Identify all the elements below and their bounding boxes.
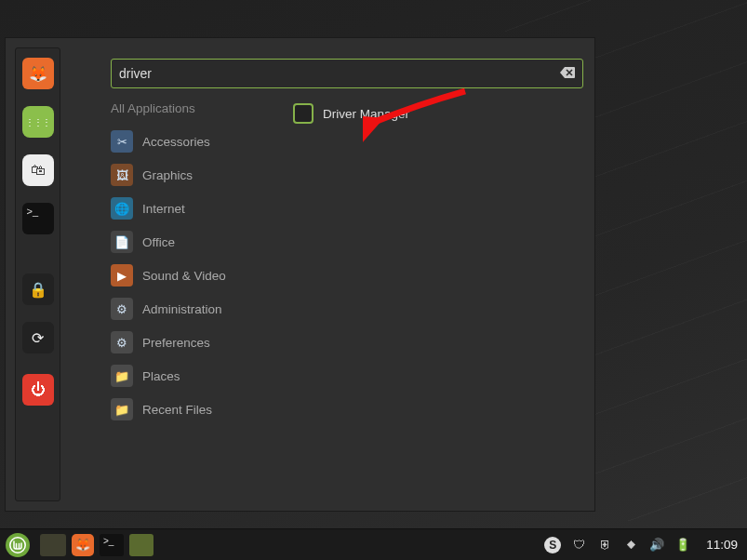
network-icon: ⯁: [625, 538, 637, 552]
places-icon: 📁: [111, 365, 133, 387]
lock-screen-button[interactable]: 🔒: [22, 273, 54, 305]
categories-header[interactable]: All Applications: [111, 101, 271, 115]
driver-manager-icon: [293, 103, 313, 124]
tray-security[interactable]: ⛨: [596, 537, 613, 553]
favorite-firefox[interactable]: 🦊: [22, 58, 54, 89]
category-office[interactable]: 📄 Office: [111, 231, 271, 253]
lock-icon: 🔒: [29, 281, 47, 299]
volume-icon: 🔊: [649, 538, 664, 552]
internet-icon: 🌐: [111, 197, 133, 220]
system-tray: S 🛡 ⛨ ⯁ 🔊 🔋 11:09: [544, 537, 738, 553]
clear-search-button[interactable]: [560, 67, 575, 81]
categories-header-label: All Applications: [111, 101, 195, 115]
logout-button[interactable]: ⟳: [22, 322, 54, 353]
category-label: Places: [142, 369, 180, 383]
updates-shield-icon: 🛡: [573, 538, 585, 552]
power-button[interactable]: ⏻: [22, 374, 54, 406]
show-desktop-button[interactable]: [40, 534, 66, 556]
tray-keyboard-indicator[interactable]: S: [544, 537, 561, 553]
taskbar-files[interactable]: [129, 534, 153, 556]
categories-list: All Applications ✂ Accessories 🖼 Graphic…: [111, 101, 271, 420]
reload-icon: ⟳: [32, 329, 44, 347]
tray-volume[interactable]: 🔊: [648, 537, 665, 553]
category-internet[interactable]: 🌐 Internet: [111, 197, 271, 220]
sound-video-icon: ▶: [111, 264, 133, 287]
category-sound-video[interactable]: ▶ Sound & Video: [111, 264, 271, 287]
favorites-column: 🦊 ⋮⋮⋮ 🛍 >_ 🔒 ⟳ ⏻: [15, 47, 60, 501]
mint-menu-icon: [9, 537, 26, 553]
category-label: Recent Files: [142, 403, 212, 417]
result-label: Driver Manager: [323, 107, 409, 121]
category-label: Office: [142, 235, 175, 249]
category-label: Preferences: [142, 336, 210, 350]
category-administration[interactable]: ⚙ Administration: [111, 298, 271, 320]
category-graphics[interactable]: 🖼 Graphics: [111, 164, 271, 186]
svg-point-0: [10, 537, 25, 552]
office-icon: 📄: [111, 231, 133, 253]
taskbar-terminal[interactable]: >_: [100, 534, 124, 556]
menu-columns: All Applications ✂ Accessories 🖼 Graphic…: [72, 101, 583, 420]
recent-files-icon: 📁: [111, 398, 133, 420]
tray-battery[interactable]: 🔋: [674, 537, 691, 553]
firefox-icon: 🦊: [75, 538, 90, 552]
firefox-icon: 🦊: [29, 65, 47, 83]
start-menu-button[interactable]: [6, 533, 30, 557]
accessories-icon: ✂: [111, 130, 133, 153]
category-label: Accessories: [142, 135, 210, 149]
category-label: Administration: [142, 302, 222, 316]
taskbar-firefox[interactable]: 🦊: [72, 534, 94, 556]
preferences-icon: ⚙: [111, 331, 133, 353]
results-panel: Driver Manager: [289, 101, 583, 420]
category-accessories[interactable]: ✂ Accessories: [111, 130, 271, 153]
software-manager-icon: 🛍: [31, 162, 46, 179]
start-menu: 🦊 ⋮⋮⋮ 🛍 >_ 🔒 ⟳ ⏻ All Applications: [5, 37, 595, 512]
category-places[interactable]: 📁 Places: [111, 365, 271, 387]
result-driver-manager[interactable]: Driver Manager: [289, 101, 413, 126]
favorite-terminal[interactable]: >_: [22, 203, 54, 234]
favorite-software[interactable]: 🛍: [22, 154, 54, 186]
power-icon: ⏻: [31, 381, 46, 398]
battery-icon: 🔋: [675, 538, 690, 552]
search-input[interactable]: [119, 66, 560, 81]
taskbar: 🦊 >_ S 🛡 ⛨ ⯁ 🔊 🔋 11:09: [0, 528, 747, 560]
favorite-apps[interactable]: ⋮⋮⋮: [22, 106, 54, 138]
category-label: Internet: [142, 202, 185, 216]
administration-icon: ⚙: [111, 298, 133, 320]
terminal-icon: >_: [27, 206, 39, 217]
backspace-clear-icon: [560, 67, 575, 78]
graphics-icon: 🖼: [111, 164, 133, 186]
search-field-wrap[interactable]: [111, 59, 583, 88]
category-recent-files[interactable]: 📁 Recent Files: [111, 398, 271, 420]
category-label: Sound & Video: [142, 269, 226, 283]
terminal-icon: >_: [103, 536, 113, 546]
firewall-shield-icon: ⛨: [599, 538, 611, 552]
category-preferences[interactable]: ⚙ Preferences: [111, 331, 271, 353]
taskbar-clock[interactable]: 11:09: [706, 538, 738, 552]
menu-body: All Applications ✂ Accessories 🖼 Graphic…: [66, 38, 594, 511]
category-label: Graphics: [142, 168, 193, 182]
apps-grid-icon: ⋮⋮⋮: [25, 117, 50, 127]
tray-network[interactable]: ⯁: [622, 537, 639, 553]
keyboard-s-icon: S: [549, 539, 556, 552]
tray-updates[interactable]: 🛡: [570, 537, 587, 553]
